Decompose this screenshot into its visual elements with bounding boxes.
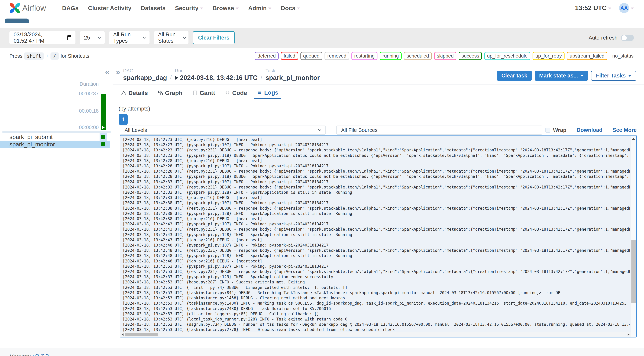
user-menu[interactable]: AA (614, 3, 634, 13)
breadcrumb-dag[interactable]: DAG sparkapp_dag (123, 68, 167, 81)
status-badge[interactable]: up_for_reschedule (484, 52, 530, 60)
version-label: Version: (10, 353, 31, 356)
date-filter-value: 03/18/2024, 01:52:47 PM (14, 32, 64, 44)
status-badge[interactable]: removed (324, 52, 349, 60)
run-types-select[interactable]: All Run Types (109, 31, 150, 44)
horizontal-scroll-thumb[interactable] (125, 333, 158, 336)
nav-item-browse[interactable]: Browse (212, 5, 239, 12)
breadcrumb-separator: / (261, 74, 262, 81)
status-badge[interactable]: queued (300, 52, 322, 60)
scroll-right-icon[interactable] (628, 333, 630, 336)
download-log-link[interactable]: Download (576, 127, 602, 133)
see-more-link[interactable]: See More (612, 127, 637, 133)
run-duration-bar[interactable] (101, 94, 106, 130)
utc-clock: 13:52 UTC (575, 4, 606, 12)
attempt-1-button[interactable]: 1 (118, 114, 128, 125)
vertical-scrollbar[interactable] (631, 135, 636, 337)
log-line: [2024-03-18, 13:42:53 UTC] {pyspark_pi.p… (122, 264, 630, 269)
log-line: [2024-03-18, 13:42:48 UTC] {rest.py:231}… (122, 248, 630, 253)
run-states-select[interactable]: All Run States (154, 31, 188, 44)
log-line: [2024-03-18, 13:42:53 UTC] {pyspark_pi.p… (122, 274, 630, 279)
task-row-spark-pi-monitor[interactable]: spark_pi_monitor (0, 141, 110, 148)
log-line: [2024-03-18, 13:42:43 UTC] {rest.py:231}… (122, 227, 630, 232)
breadcrumb-run[interactable]: Run 2024-03-18, 13:42:16 UTC (175, 68, 258, 81)
status-badge[interactable]: success (459, 52, 482, 60)
log-line: [2024-03-18, 13:42:48 UTC] {job.py:216} … (122, 258, 630, 264)
status-badge[interactable]: skipped (434, 52, 456, 60)
task-actions: Clear task Mark state as... Filter Tasks (497, 71, 636, 81)
scroll-up-icon[interactable] (632, 138, 635, 140)
breadcrumb-task[interactable]: Task spark_pi_monitor (266, 68, 320, 81)
status-badge[interactable]: failed (281, 52, 298, 60)
grid-header-stripe (2, 131, 110, 133)
date-filter-input[interactable]: 03/18/2024, 01:52:47 PM (10, 31, 76, 44)
tab-code[interactable]: Code (222, 87, 250, 99)
clear-task-button[interactable]: Clear task (497, 71, 532, 81)
log-line: [2024-03-18, 13:42:38 UTC] {pyspark_pi.p… (122, 200, 630, 206)
version-link[interactable]: v2.7.2 (33, 353, 49, 356)
log-line: [2024-03-18, 13:42:53 UTC] {taskinstance… (122, 306, 630, 311)
status-badge[interactable]: restarting (352, 52, 378, 60)
status-badge[interactable]: scheduled (404, 52, 432, 60)
airflow-logo[interactable]: Airflow (9, 2, 46, 14)
log-level-select[interactable]: All Levels (120, 125, 326, 135)
auto-refresh-toggle[interactable] (621, 35, 634, 41)
tab-gantt[interactable]: Gantt (190, 87, 218, 99)
breadcrumb-run-value: 2024-03-18, 13:42:16 UTC (180, 74, 258, 81)
nav-item-cluster-activity[interactable]: Cluster Activity (88, 5, 131, 12)
wrap-checkbox[interactable] (545, 128, 550, 133)
chevron-down-icon (297, 8, 300, 10)
task-list: spark_pi_submit spark_pi_monitor (0, 133, 110, 148)
expand-panel-icon[interactable]: » (116, 68, 120, 76)
breadcrumb-separator: / (170, 74, 172, 81)
status-badge[interactable]: running (380, 52, 402, 60)
log-line: [2024-03-18, 13:42:23 UTC] {pyspark_pi.p… (122, 153, 630, 158)
nav-item-docs[interactable]: Docs (281, 5, 300, 12)
gantt-chart-icon (192, 90, 198, 96)
play-icon (102, 126, 105, 129)
avatar: AA (619, 3, 629, 13)
nav-item-security[interactable]: Security (175, 5, 203, 12)
log-line: [2024-03-18, 13:42:48 UTC] {pyspark_pi.p… (122, 253, 630, 258)
horizontal-scrollbar[interactable] (120, 332, 631, 337)
run-states-value: All Run States (158, 32, 180, 44)
shortcuts-text: for Shortcuts (60, 53, 89, 59)
tab-details[interactable]: Details (118, 87, 150, 99)
duration-tick: 00:00:00 (79, 124, 99, 130)
task-instance-square[interactable] (101, 142, 105, 146)
breadcrumb-dag-value: sparkapp_dag (123, 74, 167, 81)
graph-icon (158, 90, 163, 96)
auto-refresh-label: Auto-refresh (589, 35, 618, 41)
log-line: [2024-03-18, 13:42:33 UTC] {pyspark_pi.p… (122, 179, 630, 185)
status-badge[interactable]: deferred (255, 52, 278, 60)
main-area: « Duration 00:00:37 00:00:18 00:00:00 sp… (0, 64, 644, 348)
file-source-select[interactable]: All File Sources (336, 125, 542, 135)
run-type-manual-icon (175, 76, 178, 80)
log-line: [2024-03-18, 13:42:28 UTC] {rest.py:231}… (122, 168, 630, 174)
page-size-select[interactable]: 25 (80, 31, 105, 44)
log-line: [2024-03-18, 13:42:38 UTC] {job.py:216} … (122, 216, 630, 221)
clear-filters-button[interactable]: Clear Filters (193, 31, 234, 44)
tab-graph[interactable]: Graph (155, 87, 185, 99)
scroll-left-icon[interactable] (122, 333, 124, 336)
log-line: [2024-03-18, 13:42:53 UTC] {__init__.py:… (122, 285, 630, 290)
log-line: [2024-03-18, 13:42:53 UTC] {base.py:287}… (122, 279, 630, 285)
status-badge[interactable]: up_for_retry (532, 52, 564, 60)
tab-logs[interactable]: Logs (254, 87, 281, 99)
nav-item-admin[interactable]: Admin (248, 5, 272, 12)
nav-item-dags[interactable]: DAGs (62, 5, 78, 12)
status-badge[interactable]: upstream_failed (567, 52, 607, 60)
filter-tasks-button[interactable]: Filter Tasks (591, 71, 636, 81)
vertical-scroll-thumb[interactable] (632, 240, 636, 303)
task-row-spark-pi-submit[interactable]: spark_pi_submit (0, 133, 110, 141)
log-line: [2024-03-18, 13:42:53 UTC] {local_task_j… (122, 316, 630, 322)
log-line: [2024-03-18, 13:42:38 UTC] {rest.py:231}… (122, 206, 630, 211)
collapse-panel-icon[interactable]: « (105, 68, 110, 76)
chevron-down-icon (268, 8, 272, 10)
task-instance-square[interactable] (101, 135, 105, 139)
status-badge[interactable]: no_status (610, 52, 636, 60)
shift-key: shift (24, 53, 44, 60)
clock-menu[interactable]: 13:52 UTC (575, 4, 611, 12)
nav-item-datasets[interactable]: Datasets (141, 5, 166, 12)
mark-state-button[interactable]: Mark state as... (535, 71, 588, 81)
